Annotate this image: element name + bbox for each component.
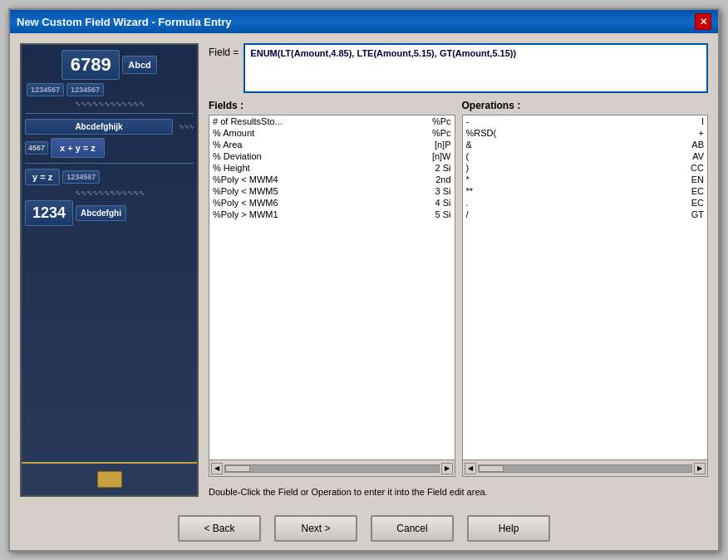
fields-scroll-left[interactable]: ◀ — [211, 463, 223, 474]
calc-small-4: 1234567 — [62, 170, 100, 184]
list-item[interactable]: % Area[n]P — [209, 139, 455, 150]
operations-list-box: -I%RSD(+&AB(AV)CC*EN**EC.EC/GT ◀ ▶ — [462, 115, 709, 477]
calc-row-1: 6789 Abcd — [25, 50, 194, 80]
operations-section: Operations : -I%RSD(+&AB(AV)CC*EN**EC.EC… — [462, 100, 709, 477]
help-button[interactable]: Help — [467, 515, 550, 542]
list-item[interactable]: % Height2 Si — [209, 162, 455, 174]
calc-eq-btn[interactable]: x + y = z — [51, 138, 105, 158]
operations-list[interactable]: -I%RSD(+&AB(AV)CC*EN**EC.EC/GT — [463, 115, 708, 459]
wave-1: ∿∿∿∿∿∿∿∿∿∿∿∿ — [25, 100, 194, 108]
calculator-panel: 6789 Abcd 1234567 1234567 ∿∿∿∿∿∿∿∿∿∿∿∿ A… — [20, 43, 199, 497]
fields-list[interactable]: # of ResultsSto...%Pc% Amount%Pc% Area[n… — [209, 115, 455, 459]
field-label: Field = — [209, 43, 239, 58]
field-row: Field = ENUM(LT(Amount,4.85), LTE(Amount… — [209, 43, 708, 93]
calc-small-3: 4567 — [25, 141, 48, 155]
list-item[interactable]: % Amount%Pc — [209, 127, 455, 139]
list-item[interactable]: (AV — [463, 150, 708, 162]
list-item[interactable]: %Poly > MWM15 Si — [209, 209, 455, 220]
ops-scroll-right[interactable]: ▶ — [694, 463, 706, 474]
ops-scroll-thumb[interactable] — [479, 465, 504, 472]
calc-yz-row: y = z 1234567 — [25, 169, 194, 185]
calc-eq-row: 4567 x + y = z — [25, 138, 194, 158]
sep-1 — [25, 113, 194, 114]
operations-label: Operations : — [462, 100, 709, 111]
list-item[interactable]: *EN — [463, 174, 708, 185]
field-input[interactable]: ENUM(LT(Amount,4.85), LTE(Amount,5.15), … — [243, 43, 708, 93]
calc-inner: 6789 Abcd 1234567 1234567 ∿∿∿∿∿∿∿∿∿∿∿∿ A… — [22, 45, 197, 462]
fields-scrollbar[interactable]: ◀ ▶ — [209, 459, 455, 476]
sep-2 — [25, 163, 194, 164]
calc-yz-btn[interactable]: y = z — [25, 169, 60, 185]
title-bar: New Custom Field Wizard - Formula Entry … — [10, 10, 718, 33]
calc-bottom-row: 1234 Abcdefghi — [25, 200, 194, 226]
footer: < Back Next > Cancel Help — [10, 507, 718, 550]
fields-scroll-thumb[interactable] — [225, 465, 250, 472]
cancel-button[interactable]: Cancel — [371, 515, 454, 542]
main-window: New Custom Field Wizard - Formula Entry … — [8, 8, 720, 552]
list-item[interactable]: # of ResultsSto...%Pc — [209, 115, 455, 127]
wave-2: ∿∿∿ — [179, 123, 194, 130]
fields-scroll-right[interactable]: ▶ — [441, 463, 453, 474]
calc-small-1: 1234567 — [27, 83, 64, 96]
calc-abcd-btn[interactable]: Abcd — [122, 56, 157, 74]
calc-small-2: 1234567 — [66, 83, 104, 96]
fields-list-box: # of ResultsSto...%Pc% Amount%Pc% Area[n… — [209, 115, 455, 477]
lists-container: Fields : # of ResultsSto...%Pc% Amount%P… — [209, 100, 708, 477]
list-item[interactable]: %RSD(+ — [463, 127, 708, 139]
calc-1234-btn[interactable]: 1234 — [25, 200, 73, 226]
ops-scroll-left[interactable]: ◀ — [465, 463, 476, 474]
fields-label: Fields : — [209, 100, 455, 111]
list-item[interactable]: %Poly < MWM42nd — [209, 174, 455, 185]
operations-scrollbar[interactable]: ◀ ▶ — [463, 459, 708, 476]
list-item[interactable]: &AB — [463, 139, 708, 150]
calc-indicator — [97, 471, 122, 488]
list-item[interactable]: %Poly < MWM53 Si — [209, 185, 455, 197]
window-title: New Custom Field Wizard - Formula Entry — [17, 16, 695, 28]
list-item[interactable]: /GT — [463, 209, 708, 220]
close-button[interactable]: ✕ — [695, 13, 711, 30]
list-item[interactable]: -I — [463, 115, 708, 127]
calc-bottom-bar — [22, 462, 197, 495]
list-item[interactable]: )CC — [463, 162, 708, 174]
list-item[interactable]: .EC — [463, 197, 708, 209]
fields-section: Fields : # of ResultsSto...%Pc% Amount%P… — [209, 100, 455, 477]
field-value: ENUM(LT(Amount,4.85), LTE(Amount,5.15), … — [250, 48, 516, 58]
next-button[interactable]: Next > — [274, 515, 357, 542]
list-item[interactable]: %Poly < MWM64 Si — [209, 197, 455, 209]
calc-abc-btn[interactable]: Abcdefghijk — [25, 119, 173, 135]
fields-scroll-track[interactable] — [224, 464, 440, 473]
ops-scroll-track[interactable] — [478, 464, 693, 473]
calc-abcdefghi-btn[interactable]: Abcdefghi — [76, 205, 126, 221]
back-button[interactable]: < Back — [178, 515, 261, 542]
list-item[interactable]: **EC — [463, 185, 708, 197]
hint-text: Double-Click the Field or Operation to e… — [209, 487, 708, 497]
calc-num-btn[interactable]: 6789 — [61, 50, 120, 80]
wave-3: ∿∿∿∿∿∿∿∿∿∿∿∿ — [25, 189, 194, 197]
calc-row-2: Abcdefghijk ∿∿∿ — [25, 119, 194, 135]
right-panel: Field = ENUM(LT(Amount,4.85), LTE(Amount… — [209, 43, 708, 497]
list-item[interactable]: % Deviation[n]W — [209, 150, 455, 162]
content-area: 6789 Abcd 1234567 1234567 ∿∿∿∿∿∿∿∿∿∿∿∿ A… — [10, 33, 718, 507]
